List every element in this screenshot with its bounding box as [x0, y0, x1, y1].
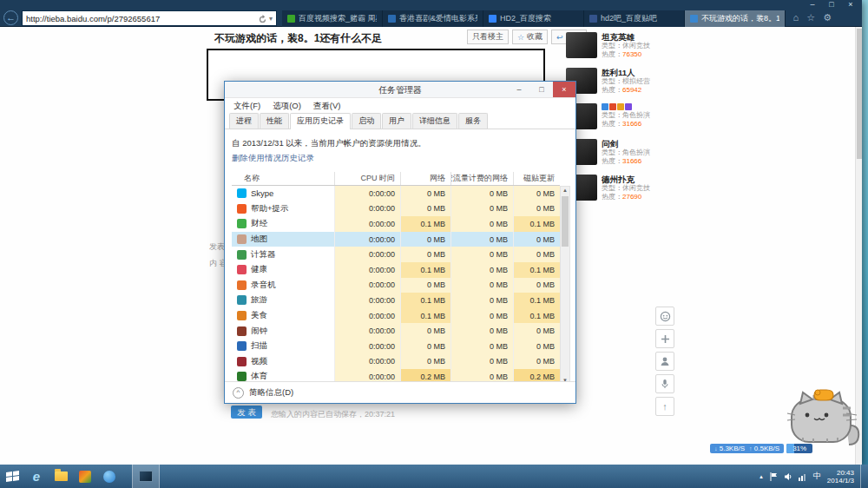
browser-tab[interactable]: HD2_百度搜索 — [483, 10, 584, 27]
task-row[interactable]: 财经0:00:000.1 MB0 MB0.1 MB — [232, 216, 560, 232]
show-desktop-button[interactable] — [860, 465, 865, 488]
taskbar-active-app[interactable] — [132, 465, 160, 488]
mic-button[interactable] — [655, 374, 674, 393]
autosave-status: 您输入的内容已自动保存，20:37:21 — [271, 409, 395, 420]
task-value-cell: 0 MB — [400, 354, 450, 370]
game-item[interactable]: 德州扑克类型：休闲竞技热度：27690 — [566, 175, 654, 202]
task-row[interactable]: 健康0:00:000.1 MB0 MB0.1 MB — [232, 262, 560, 278]
action-center-flag-icon[interactable] — [770, 472, 778, 481]
scroll-up-icon[interactable]: ▲ — [561, 188, 569, 193]
task-row[interactable]: 旅游0:00:000.1 MB0 MB0.1 MB — [232, 293, 560, 308]
tm-tab[interactable]: 服务 — [458, 113, 488, 129]
maximize-button[interactable]: □ — [530, 82, 553, 97]
task-row[interactable]: 美食0:00:000.1 MB0 MB0.1 MB — [232, 308, 560, 324]
game-item[interactable]: 坦克英雄类型：休闲竞技热度：76350 — [566, 32, 654, 60]
tray-date: 2014/1/3 — [827, 477, 854, 485]
up-arrow-icon: ↑ — [662, 401, 667, 412]
column-metered-network[interactable]: 按流量计费的网络 — [450, 172, 513, 185]
add-button[interactable] — [655, 329, 674, 348]
app-history-table: 名称 CPU 时间 网络 按流量计费的网络 磁贴更新 Skype0:00:000… — [232, 172, 570, 385]
close-button[interactable]: × — [553, 82, 575, 97]
game-type: 类型：休闲竞技 — [602, 184, 650, 193]
network-icon[interactable] — [799, 472, 807, 481]
menu-item[interactable]: 选项(O) — [267, 101, 306, 112]
tm-tab[interactable]: 详细信息 — [412, 113, 457, 129]
column-tile-updates[interactable]: 磁贴更新 — [513, 172, 560, 185]
close-button[interactable]: × — [841, 0, 860, 10]
game-item[interactable]: 类型：角色扮演热度：31666 — [566, 103, 654, 131]
delete-history-link[interactable]: 删除使用情况历史记录 — [232, 153, 570, 164]
game-item[interactable]: 问剑类型：角色扮演热度：31666 — [566, 139, 654, 167]
back-icon[interactable]: ← — [3, 10, 18, 25]
address-bar[interactable]: http://tieba.baidu.com/p/2792655617 ▾ — [22, 10, 277, 26]
menu-item[interactable]: 查看(V) — [308, 101, 346, 112]
only-author-button[interactable]: 只看楼主 — [467, 30, 509, 44]
tm-tab[interactable]: 启动 — [352, 113, 381, 129]
browser-tab[interactable]: 香港喜剧&爱情电影系列... — [383, 10, 483, 27]
dropdown-icon[interactable]: ▾ — [269, 15, 273, 23]
hidden-icons-caret-icon[interactable]: ▲ — [759, 474, 764, 479]
task-value-cell: 0 MB — [513, 201, 560, 217]
browser-tab[interactable]: hd2吧_百度贴吧 — [584, 10, 685, 27]
tm-tab[interactable]: 应用历史记录 — [290, 113, 351, 129]
task-value-cell: 0 MB — [400, 339, 450, 354]
taskbar-messenger-icon[interactable] — [97, 465, 122, 488]
taskbar-game-icon[interactable] — [73, 465, 97, 488]
table-scrollbar-thumb[interactable] — [562, 196, 569, 247]
back-to-top-button[interactable]: ↑ — [655, 397, 674, 416]
app-icon — [237, 357, 247, 366]
tm-tab[interactable]: 进程 — [229, 113, 259, 129]
user-button[interactable] — [655, 352, 674, 371]
task-row[interactable]: 地图0:00:000 MB0 MB0 MB — [232, 232, 560, 247]
app-name: Skype — [251, 188, 273, 198]
task-row[interactable]: 扫描0:00:000 MB0 MB0 MB — [232, 339, 560, 354]
home-icon[interactable]: ⌂ — [793, 12, 799, 23]
game-item[interactable]: 胜利11人类型：模拟经营热度：65942 — [566, 68, 654, 96]
clock[interactable]: 20:43 2014/1/3 — [827, 469, 854, 485]
app-icon — [237, 219, 247, 228]
task-value-cell: 0:00:00 — [334, 293, 400, 308]
task-value-cell: 0 MB — [513, 247, 560, 262]
task-row[interactable]: 闹钟0:00:000 MB0 MB0 MB — [232, 323, 560, 339]
browser-tools: ⌂ ☆ ⚙ — [793, 12, 832, 23]
taskbar-ie-icon[interactable]: e — [24, 465, 49, 488]
game-heat: 热度：65942 — [602, 86, 650, 95]
task-row[interactable]: 视频0:00:000 MB0 MB0 MB — [232, 354, 560, 370]
menu-item[interactable]: 文件(F) — [228, 101, 266, 112]
tm-tab[interactable]: 性能 — [260, 113, 289, 129]
collect-button[interactable]: ☆收藏 — [512, 30, 548, 44]
tray-time: 20:43 — [827, 469, 854, 477]
refresh-icon[interactable] — [259, 15, 266, 23]
volume-icon[interactable] — [784, 472, 792, 481]
page-scrollbar-thumb[interactable] — [857, 29, 862, 159]
fewer-details-link[interactable]: 简略信息(D) — [249, 387, 293, 399]
maximize-button[interactable]: □ — [822, 0, 841, 10]
browser-tab[interactable]: 不玩游戏的话，装8。1... — [685, 10, 786, 27]
task-row[interactable]: 计算器0:00:000 MB0 MB0 MB — [232, 247, 560, 262]
task-manager-titlebar[interactable]: 任务管理器 – □ × — [225, 82, 575, 98]
emoticon-button[interactable] — [655, 307, 674, 326]
taskbar-explorer-icon[interactable] — [49, 465, 73, 488]
start-button[interactable] — [0, 465, 24, 488]
table-scrollbar[interactable]: ▲ ▼ — [560, 186, 570, 385]
favorites-icon[interactable]: ☆ — [806, 12, 815, 23]
minimize-button[interactable]: – — [508, 82, 530, 97]
task-value-cell: 0.1 MB — [400, 216, 450, 232]
task-value-cell: 0 MB — [450, 262, 513, 278]
url-text: http://tieba.baidu.com/p/2792655617 — [26, 14, 256, 23]
publish-button[interactable]: 发 表 — [231, 406, 262, 419]
speed-pill: ↓ 5.3KB/S ↑ 0.5KB/S — [710, 444, 784, 453]
minimize-button[interactable]: – — [803, 0, 822, 10]
collapse-chevron-icon[interactable]: ^ — [233, 387, 244, 399]
column-network[interactable]: 网络 — [400, 172, 450, 185]
task-value-cell: 0 MB — [513, 323, 560, 339]
settings-gear-icon[interactable]: ⚙ — [823, 12, 832, 23]
ime-indicator[interactable]: 中 — [813, 471, 821, 482]
task-row[interactable]: Skype0:00:000 MB0 MB0 MB — [232, 186, 560, 201]
browser-tab[interactable]: 百度视频搜索_赌霸 周星... — [282, 10, 383, 27]
task-row[interactable]: 录音机0:00:000 MB0 MB0 MB — [232, 278, 560, 293]
tm-tab[interactable]: 用户 — [382, 113, 411, 129]
column-cpu-time[interactable]: CPU 时间 — [334, 172, 400, 185]
column-name[interactable]: 名称 — [232, 172, 334, 185]
task-row[interactable]: 帮助+提示0:00:000 MB0 MB0 MB — [232, 201, 560, 217]
